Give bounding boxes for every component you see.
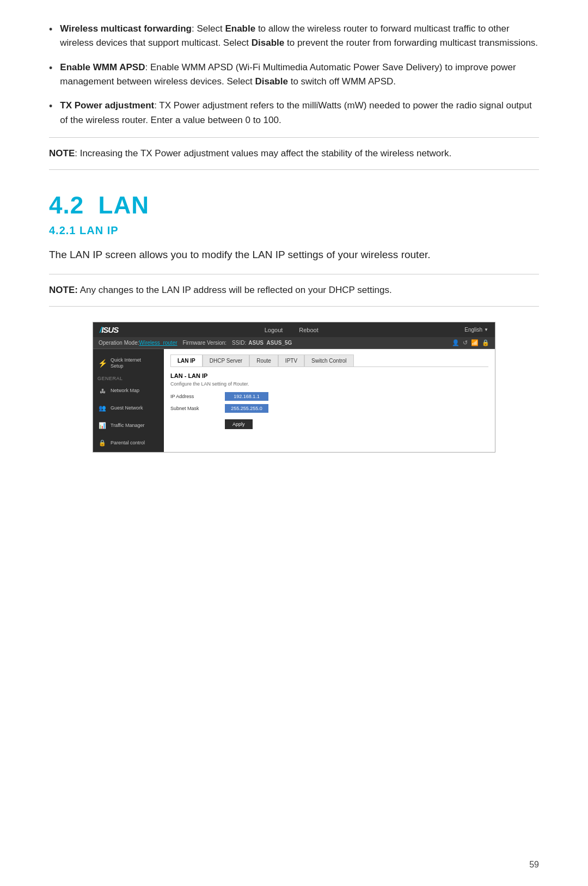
- signal-icon: 📶: [471, 339, 479, 346]
- router-icons: 👤 ↺ 📶 🔒: [452, 339, 489, 346]
- router-tabs: LAN IP DHCP Server Route IPTV Switch Con…: [170, 355, 488, 367]
- lock-icon: 🔒: [482, 339, 489, 346]
- sidebar-label-traffic-manager: Traffic Manager: [111, 423, 145, 429]
- bullet-item-wireless-multicast: • Wireless multicast forwarding: Select …: [49, 22, 539, 51]
- sidebar-item-network-map[interactable]: 🖧 Network Map: [93, 382, 164, 400]
- sidebar-label-network-map: Network Map: [111, 388, 139, 394]
- parental-control-icon: 🔒: [97, 438, 107, 448]
- router-content-title: LAN - LAN IP: [170, 372, 488, 379]
- bullet-item-wmm: • Enable WMM APSD: Enable WMM APSD (Wi-F…: [49, 60, 539, 89]
- subsection-heading-lanip: 4.2.1 LAN IP: [49, 224, 539, 237]
- subnet-mask-label: Subnet Mask: [170, 406, 225, 411]
- section-heading-lan: 4.2 LAN: [49, 192, 539, 219]
- operation-mode-value: Wireless_router: [139, 340, 177, 346]
- router-topbar: /ISUS Logout Reboot English ▼: [93, 322, 495, 337]
- refresh-icon: ↺: [463, 339, 468, 346]
- sidebar-label-parental-control: Parental control: [111, 440, 145, 446]
- tab-dhcp-server[interactable]: DHCP Server: [203, 355, 249, 366]
- tab-switch-control[interactable]: Switch Control: [304, 355, 353, 366]
- note-box-lanip: NOTE: Any changes to the LAN IP address …: [49, 274, 539, 307]
- bullet-dot: •: [49, 22, 52, 38]
- ssid-values: ASUS ASUS_5G: [248, 340, 292, 346]
- firmware-label: Firmware Version:: [183, 340, 227, 346]
- person-icon: 👤: [452, 339, 460, 346]
- router-body: ⚡ Quick InternetSetup General 🖧 Network …: [93, 349, 495, 452]
- tab-iptv[interactable]: IPTV: [278, 355, 304, 366]
- bullet-item-txpower: • TX Power adjustment: TX Power adjustme…: [49, 99, 539, 127]
- bullet-text-txpower: TX Power adjustment: TX Power adjustment…: [60, 99, 539, 127]
- note2-text: NOTE: Any changes to the LAN IP address …: [49, 285, 392, 295]
- tab-route[interactable]: Route: [249, 355, 278, 366]
- bullet-text-wireless-multicast: Wireless multicast forwarding: Select En…: [60, 22, 539, 51]
- sidebar-item-parental-control[interactable]: 🔒 Parental control: [93, 435, 164, 452]
- note-label: NOTE: Increasing the TX Power adjustment…: [49, 148, 451, 158]
- bullet-list: • Wireless multicast forwarding: Select …: [49, 22, 539, 127]
- note-box-txpower: NOTE: Increasing the TX Power adjustment…: [49, 137, 539, 170]
- ip-address-value[interactable]: 192.168.1.1: [225, 392, 268, 401]
- bullet-dot-wmm: •: [49, 61, 52, 76]
- form-row-subnet-mask: Subnet Mask 255.255.255.0: [170, 404, 488, 413]
- traffic-manager-icon: 📊: [97, 421, 107, 431]
- guest-network-icon: 👥: [97, 404, 107, 413]
- quick-internet-icon: ⚡: [97, 358, 107, 368]
- ssid-label: SSID:: [232, 340, 246, 346]
- router-infobar: Operation Mode: Wireless_router Firmware…: [93, 337, 495, 349]
- bullet-text-wmm: Enable WMM APSD: Enable WMM APSD (Wi-Fi …: [60, 60, 539, 89]
- sidebar-section-general: General: [93, 373, 164, 382]
- language-selector[interactable]: English ▼: [464, 327, 488, 333]
- sidebar-item-traffic-manager[interactable]: 📊 Traffic Manager: [93, 417, 164, 435]
- router-content-subtitle: Configure the LAN setting of Router.: [170, 381, 488, 387]
- form-row-ip-address: IP Address 192.168.1.1: [170, 392, 488, 401]
- page-number: 59: [529, 860, 539, 870]
- router-screenshot: /ISUS Logout Reboot English ▼ Operation …: [93, 322, 495, 453]
- tab-lan-ip[interactable]: LAN IP: [170, 355, 203, 366]
- router-content: LAN IP DHCP Server Route IPTV Switch Con…: [164, 349, 495, 452]
- sidebar-item-quick-internet[interactable]: ⚡ Quick InternetSetup: [93, 353, 164, 373]
- router-sidebar: ⚡ Quick InternetSetup General 🖧 Network …: [93, 349, 164, 452]
- sidebar-item-guest-network[interactable]: 👥 Guest Network: [93, 400, 164, 417]
- reboot-link[interactable]: Reboot: [299, 327, 318, 333]
- apply-button[interactable]: Apply: [225, 419, 253, 429]
- operation-mode-label: Operation Mode:: [99, 340, 139, 346]
- sidebar-label-quick-internet: Quick InternetSetup: [111, 357, 141, 369]
- network-map-icon: 🖧: [97, 386, 107, 396]
- asus-logo: /ISUS: [100, 325, 118, 334]
- logout-link[interactable]: Logout: [265, 327, 283, 333]
- bullet-dot-txpower: •: [49, 99, 52, 114]
- body-text-lanip: The LAN IP screen allows you to modify t…: [49, 247, 539, 262]
- ip-address-label: IP Address: [170, 394, 225, 399]
- subnet-mask-value[interactable]: 255.255.255.0: [225, 404, 268, 413]
- sidebar-label-guest-network: Guest Network: [111, 405, 143, 411]
